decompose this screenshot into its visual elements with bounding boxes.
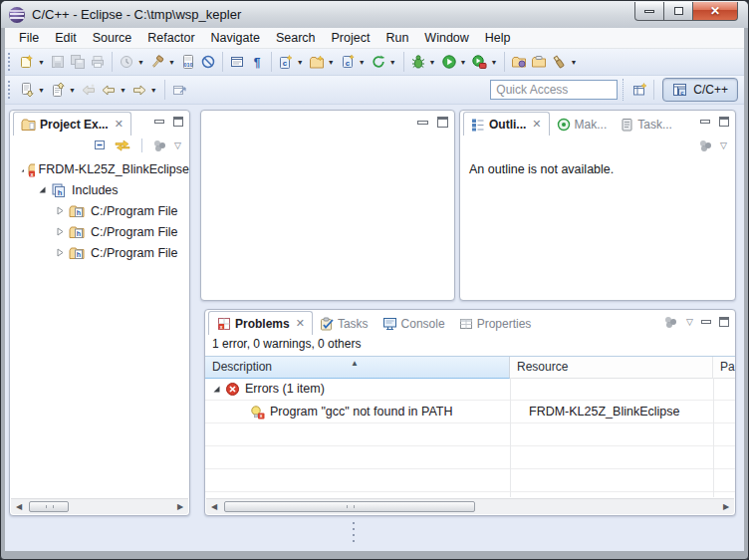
column-header-description[interactable]: Description ▲ bbox=[205, 357, 510, 379]
refresh-build-dropdown[interactable]: ▼ bbox=[389, 59, 396, 66]
save-button[interactable] bbox=[48, 51, 68, 73]
close-button[interactable]: ✕ bbox=[692, 2, 738, 21]
close-tab-icon[interactable]: ✕ bbox=[115, 118, 124, 131]
scroll-right-icon[interactable]: ▶ bbox=[718, 502, 734, 511]
show-whitespace-button[interactable]: ¶ bbox=[247, 51, 267, 73]
tab-tasks[interactable]: Tasks bbox=[313, 313, 375, 335]
open-resource-button[interactable] bbox=[509, 51, 529, 73]
search-button[interactable] bbox=[549, 51, 569, 73]
minimize-view-icon[interactable] bbox=[154, 120, 164, 124]
open-perspective-button[interactable] bbox=[629, 79, 649, 101]
new-wizard-dropdown[interactable]: ▼ bbox=[38, 59, 45, 66]
run-button[interactable] bbox=[439, 51, 459, 73]
collapse-all-icon[interactable] bbox=[93, 138, 108, 154]
restore-button[interactable] bbox=[664, 2, 692, 21]
tab-properties[interactable]: Properties bbox=[452, 313, 539, 335]
open-task-button[interactable] bbox=[529, 51, 549, 73]
view-menu-icon[interactable] bbox=[153, 140, 167, 151]
back-dropdown[interactable]: ▼ bbox=[120, 87, 126, 94]
tab-make-target[interactable]: Mak... bbox=[550, 114, 615, 136]
tab-console[interactable]: Console bbox=[375, 313, 452, 335]
previous-annotation-dropdown[interactable]: ▼ bbox=[69, 87, 76, 94]
scrollbar-thumb[interactable] bbox=[224, 501, 475, 512]
title-bar[interactable]: C/C++ - Eclipse - C:\tmp\wsp_kepler ✕ bbox=[1, 1, 748, 28]
editor-area[interactable] bbox=[200, 110, 455, 301]
tree-item-include-path[interactable]: h C:/Program File bbox=[10, 221, 189, 242]
maximize-view-icon[interactable] bbox=[173, 117, 183, 127]
tab-task-list[interactable]: Task... bbox=[614, 114, 679, 136]
column-header-path[interactable]: Pa bbox=[713, 357, 735, 379]
scroll-left-icon[interactable]: ◀ bbox=[206, 502, 222, 511]
forward-button[interactable] bbox=[129, 79, 149, 101]
expanded-twistie-icon[interactable] bbox=[20, 164, 24, 173]
save-all-button[interactable] bbox=[68, 51, 88, 73]
new-wizard-button[interactable] bbox=[17, 51, 37, 73]
view-menu-icon[interactable] bbox=[699, 140, 713, 151]
menu-refactor[interactable]: Refactor bbox=[139, 29, 202, 47]
minimize-button[interactable] bbox=[634, 2, 664, 21]
binary-file-button[interactable]: 010 bbox=[178, 51, 198, 73]
link-with-editor-icon[interactable] bbox=[115, 138, 130, 154]
expanded-twistie-icon[interactable] bbox=[212, 385, 221, 394]
previous-annotation-button[interactable] bbox=[48, 79, 68, 101]
toolbar-grip[interactable] bbox=[8, 81, 12, 99]
search-dropdown[interactable]: ▼ bbox=[570, 59, 577, 66]
close-tab-icon[interactable]: ✕ bbox=[532, 118, 541, 131]
menu-edit[interactable]: Edit bbox=[47, 29, 85, 47]
column-divider[interactable] bbox=[713, 378, 714, 497]
menu-help[interactable]: Help bbox=[477, 29, 519, 47]
minimize-view-icon[interactable] bbox=[701, 320, 711, 324]
debug-button[interactable] bbox=[408, 51, 428, 73]
close-tab-icon[interactable]: ✕ bbox=[296, 317, 305, 330]
print-button[interactable] bbox=[88, 51, 108, 73]
error-item-row[interactable]: x Program "gcc" not found in PATH FRDM-K… bbox=[205, 401, 735, 423]
expanded-twistie-icon[interactable] bbox=[38, 185, 47, 194]
build-project-button[interactable] bbox=[147, 51, 167, 73]
build-all-button[interactable] bbox=[117, 51, 136, 73]
refresh-build-button[interactable] bbox=[369, 51, 388, 73]
menu-navigate[interactable]: Navigate bbox=[203, 29, 268, 47]
problems-hscrollbar[interactable]: ◀ ▶ bbox=[206, 498, 734, 514]
menu-file[interactable]: File bbox=[11, 29, 47, 47]
new-cpp-item-dropdown[interactable]: ▼ bbox=[328, 59, 335, 66]
maximize-view-icon[interactable] bbox=[719, 117, 729, 127]
new-c-project-dropdown[interactable]: ▼ bbox=[297, 59, 304, 66]
last-edit-location-button[interactable] bbox=[79, 79, 99, 101]
status-drag-handle[interactable] bbox=[353, 522, 355, 544]
pin-editor-button[interactable] bbox=[169, 79, 189, 101]
next-annotation-dropdown[interactable]: ▼ bbox=[38, 87, 45, 94]
view-menu-dropdown-icon[interactable]: ▽ bbox=[686, 317, 693, 327]
perspective-cpp-button[interactable]: c C/C++ bbox=[662, 78, 738, 102]
new-c-project-button[interactable]: c bbox=[276, 51, 296, 73]
minimize-view-icon[interactable] bbox=[417, 121, 428, 125]
back-button[interactable] bbox=[99, 79, 119, 101]
menu-window[interactable]: Window bbox=[416, 29, 476, 47]
column-divider[interactable] bbox=[510, 378, 511, 497]
maximize-view-icon[interactable] bbox=[719, 317, 729, 327]
debug-dropdown[interactable]: ▼ bbox=[429, 59, 436, 66]
scrollbar-thumb[interactable] bbox=[29, 501, 69, 512]
forward-dropdown[interactable]: ▼ bbox=[150, 87, 157, 94]
menu-search[interactable]: Search bbox=[268, 29, 324, 47]
view-menu-icon[interactable] bbox=[664, 316, 678, 328]
next-annotation-button[interactable] bbox=[17, 79, 37, 101]
new-cpp-item-button[interactable] bbox=[307, 51, 327, 73]
scroll-left-icon[interactable]: ◀ bbox=[11, 502, 27, 511]
collapsed-twistie-icon[interactable] bbox=[56, 248, 65, 257]
tab-problems[interactable]: x Problems ✕ bbox=[208, 311, 313, 335]
tab-outline[interactable]: Outli... ✕ bbox=[463, 112, 550, 136]
maximize-view-icon[interactable] bbox=[437, 117, 448, 128]
open-console-button[interactable] bbox=[227, 51, 247, 73]
build-project-dropdown[interactable]: ▼ bbox=[168, 59, 175, 66]
tree-item-includes[interactable]: h Includes bbox=[10, 179, 189, 200]
skip-breakpoints-button[interactable] bbox=[198, 51, 218, 73]
tab-project-explorer[interactable]: Project Ex... ✕ bbox=[13, 112, 131, 136]
tree-item-include-path[interactable]: h C:/Program File bbox=[10, 242, 189, 263]
column-header-resource[interactable]: Resource bbox=[510, 357, 713, 379]
explorer-hscrollbar[interactable]: ◀ ▶ bbox=[11, 498, 188, 514]
run-dropdown[interactable]: ▼ bbox=[460, 59, 467, 66]
tree-item-project[interactable]: Cx FRDM-KL25Z_BlinkEclipse bbox=[10, 158, 189, 179]
external-tools-button[interactable] bbox=[469, 51, 489, 73]
minimize-view-icon[interactable] bbox=[700, 120, 710, 124]
menu-run[interactable]: Run bbox=[377, 29, 416, 47]
